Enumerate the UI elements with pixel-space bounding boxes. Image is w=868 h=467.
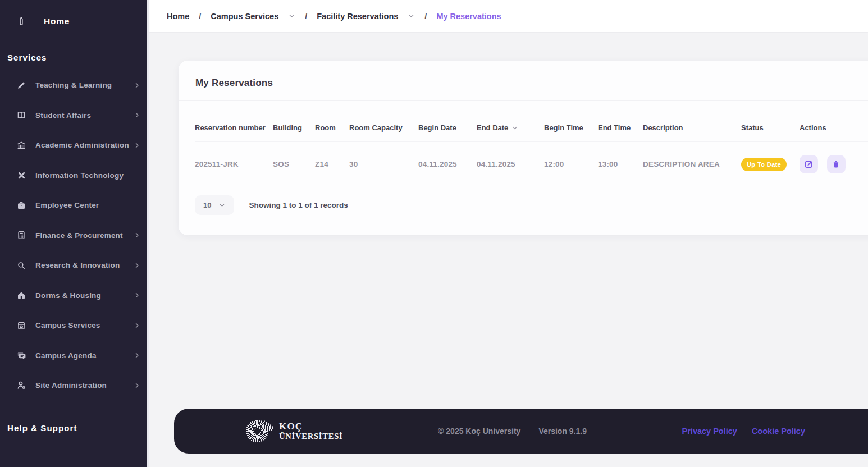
sort-chevron-down-icon[interactable] (511, 125, 518, 131)
magnifier-icon (15, 260, 28, 271)
footer-brand-text: KOÇ ÜNİVERSİTESİ (279, 422, 343, 441)
col-room: Room (315, 101, 349, 142)
page-size-value: 10 (203, 201, 211, 209)
sidebar-item-academic-administration[interactable]: Academic Administration (0, 130, 149, 161)
col-begin-time: Begin Time (544, 101, 598, 142)
cell-begin-time: 12:00 (544, 142, 598, 187)
breadcrumb-facility-reservations[interactable]: Facility Reservations (317, 12, 398, 21)
pencil-icon (15, 80, 28, 90)
footer: KOÇ ÜNİVERSİTESİ © 2025 Koç University V… (174, 409, 868, 454)
sidebar-item-campus-services[interactable]: Campus Services (0, 310, 149, 341)
sidebar-item-student-affairs[interactable]: Student Affairs (0, 100, 149, 131)
privacy-policy-link[interactable]: Privacy Policy (682, 427, 737, 436)
sidebar-item-site-administration[interactable]: Site Administration (0, 370, 149, 401)
cookie-policy-link[interactable]: Cookie Policy (752, 427, 805, 436)
sidebar: Home Services Teaching & Learning Studen… (0, 0, 149, 467)
sidebar-item-finance-procurement[interactable]: Finance & Procurement (0, 221, 149, 251)
briefcase-icon (15, 200, 28, 210)
cell-reservation-number: 202511-JRK (195, 142, 273, 187)
sidebar-item-home[interactable]: Home (0, 0, 149, 27)
records-summary: Showing 1 to 1 of 1 records (249, 201, 348, 209)
chevron-down-icon (218, 202, 226, 209)
book-icon (15, 110, 28, 120)
sidebar-item-employee-center[interactable]: Employee Center (0, 190, 149, 221)
reservations-table: Reservation number Building Room Room Ca… (195, 101, 868, 186)
chat-icon (15, 350, 28, 361)
col-actions: Actions (800, 101, 868, 142)
sidebar-item-campus-agenda[interactable]: Campus Agenda (0, 341, 149, 371)
chevron-right-icon (134, 112, 140, 118)
sidebar-item-dorms-housing[interactable]: Dorms & Housing (0, 281, 149, 311)
chevron-down-icon[interactable] (288, 12, 295, 20)
page-size-select[interactable]: 10 (195, 195, 234, 215)
cell-begin-date: 04.11.2025 (418, 142, 477, 187)
sidebar-item-research-innovation[interactable]: Research & Innovation (0, 250, 149, 281)
chevron-down-icon[interactable] (408, 12, 415, 20)
bank-icon (15, 140, 28, 150)
cell-actions (800, 142, 868, 187)
cell-building: SOS (273, 142, 315, 187)
copyright-text: © 2025 Koç University (438, 427, 520, 436)
breadcrumb-my-reservations: My Reservations (436, 12, 501, 21)
breadcrumb: Home / Campus Services / Facility Reserv… (149, 0, 868, 32)
col-end-date[interactable]: End Date (477, 101, 544, 142)
main-content: Home / Campus Services / Facility Reserv… (149, 0, 868, 467)
house-icon (15, 290, 28, 300)
breadcrumb-separator: / (424, 12, 427, 21)
edit-button[interactable] (800, 155, 818, 173)
status-badge: Up To Date (741, 158, 787, 171)
sidebar-heading-help-support: Help & Support (0, 401, 149, 437)
col-status: Status (741, 101, 800, 142)
table-row: 202511-JRK SOS Z14 30 04.11.2025 04.11.2… (195, 142, 868, 187)
breadcrumb-separator: / (199, 12, 201, 21)
cell-status: Up To Date (741, 142, 800, 187)
col-room-capacity: Room Capacity (349, 101, 418, 142)
footer-links: Privacy Policy Cookie Policy (682, 427, 805, 436)
cell-end-time: 13:00 (598, 142, 643, 187)
tower-icon (15, 16, 28, 27)
footer-center: © 2025 Koç University Version 9.1.9 (438, 427, 587, 436)
footer-brand: KOÇ ÜNİVERSİTESİ (246, 418, 343, 444)
edit-pencil-icon (804, 159, 814, 169)
col-description: Description (643, 101, 741, 142)
sidebar-menu: Teaching & Learning Student Affairs Acad… (0, 70, 149, 401)
crossed-tools-icon (15, 171, 28, 180)
chevron-right-icon (134, 322, 140, 329)
cell-room-capacity: 30 (349, 142, 418, 187)
chevron-right-icon (134, 262, 140, 269)
delete-button[interactable] (827, 155, 846, 173)
cell-description: DESCRIPTION AREA (643, 142, 741, 187)
chevron-right-icon (134, 82, 140, 89)
sidebar-item-information-technology[interactable]: Information Technology (0, 161, 149, 191)
user-gear-icon (15, 380, 28, 391)
table-header-row: Reservation number Building Room Room Ca… (195, 101, 868, 142)
chevron-right-icon (134, 232, 140, 239)
page-area: My Reservations Reservation number Build… (149, 32, 868, 409)
col-begin-date: Begin Date (418, 101, 477, 142)
col-reservation-number: Reservation number (195, 101, 273, 142)
cell-end-date: 04.11.2025 (477, 142, 544, 187)
reservations-card: My Reservations Reservation number Build… (179, 61, 868, 235)
page-title: My Reservations (179, 61, 868, 100)
col-building: Building (273, 101, 315, 142)
pagination: 10 Showing 1 to 1 of 1 records (195, 195, 868, 215)
version-text: Version 9.1.9 (538, 427, 587, 436)
chevron-right-icon (134, 292, 140, 299)
trash-icon (832, 160, 840, 169)
koc-university-logo (246, 418, 272, 444)
storefront-icon (15, 321, 28, 331)
breadcrumb-separator: / (305, 12, 307, 21)
app-root: Home Services Teaching & Learning Studen… (0, 0, 868, 467)
sidebar-item-teaching-learning[interactable]: Teaching & Learning (0, 70, 149, 100)
sidebar-heading-services: Services (0, 27, 149, 67)
breadcrumb-campus-services[interactable]: Campus Services (211, 12, 278, 21)
breadcrumb-home[interactable]: Home (167, 12, 189, 21)
chevron-right-icon (134, 142, 140, 149)
cell-room: Z14 (315, 142, 349, 187)
chevron-right-icon (134, 382, 140, 389)
calculator-icon (15, 230, 28, 240)
col-end-time: End Time (598, 101, 643, 142)
sidebar-home-label: Home (44, 16, 70, 26)
chevron-right-icon (134, 352, 140, 359)
